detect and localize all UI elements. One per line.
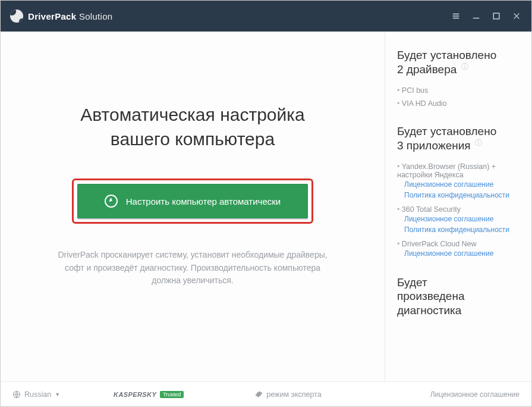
app-title-thin: Solution: [79, 11, 113, 21]
auto-setup-label: Настроить компьютер автоматически: [126, 196, 281, 206]
close-button[interactable]: [506, 1, 527, 32]
heading-line-2: вашего компьютера: [111, 129, 275, 149]
driverpack-logo-icon: [10, 10, 23, 23]
kaspersky-badge-group: KASPERSKY Trusted: [114, 391, 184, 398]
svg-rect-0: [493, 13, 499, 19]
license-link[interactable]: Лицензионное соглашение: [397, 248, 520, 259]
main-panel: Автоматическая настройка вашего компьюте…: [1, 32, 385, 381]
driver-name: VIA HD Audio: [402, 99, 447, 108]
main-description: DriverPack просканирует систему, установ…: [56, 249, 329, 287]
footer-license-link[interactable]: Лицензионное соглашение: [430, 390, 520, 399]
list-item: VIA HD Audio: [397, 97, 520, 110]
compass-icon: [105, 195, 118, 208]
privacy-link[interactable]: Политика конфиденциальности: [397, 224, 520, 235]
diag-title-l1: Будет: [397, 276, 427, 289]
list-item: PCI bus: [397, 84, 520, 97]
close-icon: [512, 12, 521, 20]
info-icon[interactable]: ⓘ: [475, 139, 482, 147]
menu-icon: [452, 12, 460, 20]
app-name: Yandex.Browser (Russian) + настройки Янд…: [397, 162, 496, 179]
minimize-button[interactable]: [466, 1, 486, 32]
apps-title-l1: Будет установлено: [397, 125, 496, 137]
cta-highlight-frame: Настроить компьютер автоматически: [72, 179, 313, 224]
list-item: Yandex.Browser (Russian) + настройки Янд…: [397, 160, 520, 203]
apps-list: Yandex.Browser (Russian) + настройки Янд…: [397, 160, 520, 261]
drivers-list: PCI bus VIA HD Audio: [397, 84, 520, 110]
auto-setup-button[interactable]: Настроить компьютер автоматически: [77, 184, 308, 218]
diagnostics-title: Будет произведена диагностика: [397, 275, 520, 318]
list-item: DriverPack Cloud New Лицензионное соглаш…: [397, 237, 520, 261]
license-link[interactable]: Лицензионное соглашение: [397, 179, 520, 190]
sidebar: Будет установлено 2 драйвера ⓘ PCI bus V…: [385, 32, 531, 381]
info-icon[interactable]: ⓘ: [461, 62, 468, 71]
titlebar: DriverPack Solution: [1, 1, 531, 32]
minimize-icon: [472, 12, 480, 20]
privacy-link[interactable]: Политика конфиденциальности: [397, 190, 520, 201]
footer: Russian ▼ KASPERSKY Trusted режим экспер…: [1, 381, 531, 406]
language-label: Russian: [24, 390, 51, 399]
globe-icon: [12, 390, 21, 399]
apps-title-l2: 3 приложения: [397, 139, 471, 152]
kaspersky-label: KASPERSKY: [114, 391, 156, 398]
app-title-bold: DriverPack: [28, 11, 76, 21]
chevron-down-icon: ▼: [55, 392, 60, 397]
drivers-title: Будет установлено 2 драйвера ⓘ: [397, 48, 520, 77]
diagnostics-section: Будет произведена диагностика: [397, 275, 520, 318]
apps-title: Будет установлено 3 приложения ⓘ: [397, 124, 520, 153]
app-window: DriverPack Solution Автоматическая настр…: [0, 0, 532, 407]
diag-title-l2: произведена: [397, 290, 465, 302]
menu-button[interactable]: [446, 1, 466, 32]
apps-section: Будет установлено 3 приложения ⓘ Yandex.…: [397, 124, 520, 261]
drivers-title-l2: 2 драйвера: [397, 63, 457, 76]
drivers-section: Будет установлено 2 драйвера ⓘ PCI bus V…: [397, 48, 520, 110]
license-link[interactable]: Лицензионное соглашение: [397, 214, 520, 224]
content-area: Автоматическая настройка вашего компьюте…: [1, 32, 531, 381]
expert-mode-label: режим эксперта: [266, 390, 321, 399]
gear-icon: [255, 390, 263, 398]
list-item: 360 Total Security Лицензионное соглашен…: [397, 203, 520, 237]
driver-name: PCI bus: [402, 86, 428, 95]
trusted-badge: Trusted: [160, 391, 184, 398]
heading-line-1: Автоматическая настройка: [80, 105, 304, 124]
main-heading: Автоматическая настройка вашего компьюте…: [80, 103, 304, 151]
app-name: 360 Total Security: [402, 205, 461, 214]
diag-title-l3: диагностика: [397, 304, 461, 317]
app-logo: DriverPack Solution: [10, 10, 112, 23]
maximize-icon: [492, 12, 500, 20]
expert-mode-button[interactable]: режим эксперта: [255, 390, 321, 399]
language-selector[interactable]: Russian ▼: [12, 390, 60, 399]
maximize-button[interactable]: [486, 1, 506, 32]
drivers-title-l1: Будет установлено: [397, 49, 496, 61]
app-name: DriverPack Cloud New: [402, 240, 477, 248]
app-title: DriverPack Solution: [28, 11, 112, 21]
